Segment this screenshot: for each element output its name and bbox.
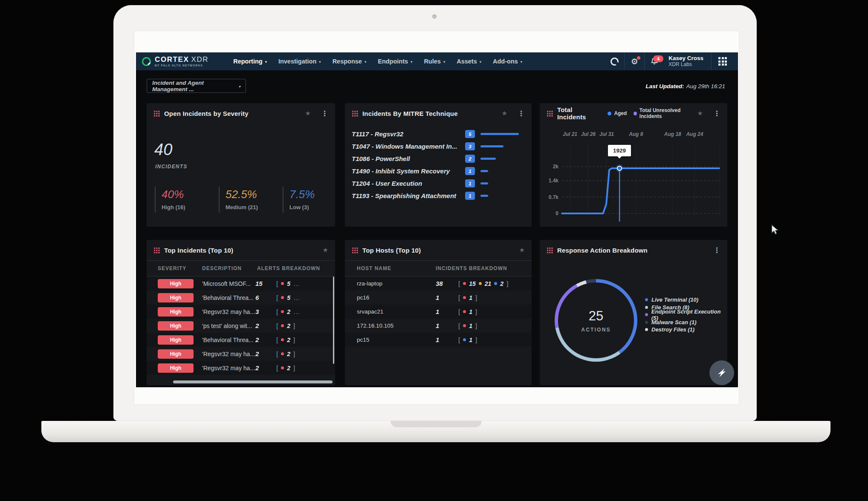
- widget-mitre-technique: Incidents By MITRE Technique ★ ⋮ T1117 -…: [345, 103, 532, 227]
- legend-dot-unresolved: [634, 112, 637, 115]
- table-row[interactable]: High 'Behavioral Threa... 6 [5…: [147, 291, 335, 305]
- table-row[interactable]: High 'Behavioral Threa... 2 [2]: [147, 333, 335, 347]
- table-row[interactable]: pc16 1 [1]: [345, 291, 532, 305]
- nav-item-assets[interactable]: Assets▾: [457, 58, 481, 65]
- count-badge: 3: [465, 142, 475, 150]
- table-row[interactable]: srvapac21 1 [1]: [345, 305, 532, 319]
- legend-dot: [645, 321, 648, 324]
- legend-item[interactable]: Endpoint Script Execution (5): [645, 312, 727, 318]
- mitre-row[interactable]: T1193 - Spearphishing Attachment1: [345, 190, 532, 202]
- legend-item[interactable]: Destroy Files (1): [645, 327, 727, 333]
- table-row[interactable]: High 'Regsvr32 may ha... 2 [2]: [147, 361, 335, 375]
- table-row[interactable]: High 'Microsoft MSOF... 15 [5…: [147, 276, 335, 291]
- user-org: XDR Labs: [668, 62, 703, 68]
- widget-top-hosts: Top Hosts (Top 10) ★ HOST NAME INCIDENTS…: [345, 240, 532, 385]
- laptop-base-notch: [391, 421, 482, 427]
- alert-dot: [281, 338, 284, 341]
- star-icon[interactable]: ★: [305, 109, 311, 117]
- apps-grid-icon[interactable]: [718, 57, 727, 66]
- incident-dot: [463, 282, 466, 285]
- widget-grid-icon: [153, 247, 160, 253]
- nav-item-addons[interactable]: Add-ons▾: [493, 58, 522, 65]
- nav-item-reporting[interactable]: Reporting▾: [233, 58, 267, 65]
- actions-total-label: ACTIONS: [581, 327, 610, 333]
- user-menu[interactable]: Kasey Cross XDR Labs: [668, 55, 703, 67]
- mitre-row[interactable]: T1047 - Windows Management In...3: [345, 140, 532, 153]
- incident-dot: [463, 296, 466, 299]
- value-bar: [480, 133, 519, 135]
- nav-item-investigation[interactable]: Investigation▾: [278, 58, 321, 65]
- stat-low[interactable]: 7.5% Low (3): [283, 187, 341, 213]
- count-badge: 1: [465, 179, 475, 187]
- kebab-menu-icon[interactable]: ⋮: [321, 109, 328, 118]
- legend-dot-aged: [608, 112, 611, 115]
- settings-button[interactable]: ⚙: [625, 52, 644, 70]
- severity-badge: High: [158, 349, 194, 359]
- count-badge: 1: [465, 167, 475, 175]
- alert-dot: [281, 310, 284, 313]
- mitre-row[interactable]: T1204 - User Execution1: [345, 177, 532, 190]
- star-icon[interactable]: ★: [697, 109, 703, 117]
- divider: [711, 52, 712, 70]
- table-row[interactable]: High 'Regsvr32 may ha... 2 [2]: [147, 347, 335, 361]
- brand-logo[interactable]: CORTEXXDR BY PALO ALTO NETWORKS: [142, 56, 208, 67]
- donut-legend: Live Terminal (10) File Search (8) Endpo…: [645, 297, 727, 333]
- horizontal-scrollbar[interactable]: [173, 380, 333, 383]
- laptop-display: CORTEXXDR BY PALO ALTO NETWORKS Reportin…: [134, 31, 739, 405]
- legend-item[interactable]: Live Terminal (10): [645, 297, 727, 303]
- widget-grid-icon: [547, 247, 553, 253]
- count-badge: 5: [465, 130, 475, 138]
- star-icon[interactable]: ★: [519, 246, 525, 254]
- alert-dot: [281, 324, 284, 327]
- table-row[interactable]: rza-laptop 38 [15212]: [345, 276, 532, 291]
- stat-high[interactable]: 40% High (16): [155, 187, 213, 213]
- severity-badge: High: [158, 307, 194, 317]
- table-row[interactable]: pc15 1 [1]: [345, 333, 532, 347]
- kebab-menu-icon[interactable]: ⋮: [713, 109, 720, 118]
- kebab-menu-icon[interactable]: ⋮: [518, 109, 525, 118]
- nav-item-endpoints[interactable]: Endpoints▾: [378, 58, 412, 65]
- notifications-button[interactable]: 4: [645, 52, 664, 70]
- widget-title: Response Action Breakdown: [557, 247, 648, 254]
- widget-title: Total Incidents: [557, 106, 597, 121]
- vertical-scrollbar[interactable]: [333, 276, 334, 364]
- star-icon[interactable]: ★: [502, 109, 507, 117]
- incident-dot: [494, 282, 497, 285]
- brand-title: CORTEXXDR: [155, 56, 208, 63]
- value-bar: [480, 145, 503, 147]
- incident-count-label: INCIDENTS: [155, 164, 187, 170]
- laptop-shell: CORTEXXDR BY PALO ALTO NETWORKS Reportin…: [113, 5, 757, 421]
- value-bar: [480, 170, 488, 172]
- stat-medium[interactable]: 52.5% Medium (21): [219, 187, 277, 213]
- laptop-base: [41, 421, 830, 442]
- chevron-down-icon: ▾: [411, 60, 412, 64]
- nav-item-response[interactable]: Response▾: [333, 58, 367, 65]
- mitre-row[interactable]: T1086 - PowerShell2: [345, 153, 532, 165]
- cortex-query-button[interactable]: [605, 52, 624, 70]
- widget-top-incidents: Top Incidents (Top 10) ★ SEVERITY DESCRI…: [147, 240, 335, 385]
- settings-alert-dot: [637, 56, 640, 60]
- mitre-row[interactable]: T1490 - Inhibit System Recovery1: [345, 165, 532, 177]
- widget-grid-icon: [547, 110, 553, 117]
- chevron-down-icon: ▾: [265, 60, 267, 64]
- mitre-row[interactable]: T1117 - Regsvr325: [345, 128, 532, 140]
- nav-item-rules[interactable]: Rules▾: [424, 58, 445, 65]
- cortex-logo-icon: [142, 57, 151, 66]
- legend-dot: [645, 328, 648, 331]
- chart-tooltip: 1929: [608, 145, 631, 156]
- widget-response-actions: Response Action Breakdown ⋮ 25 ACTIONS L…: [540, 240, 727, 385]
- star-icon[interactable]: ★: [323, 246, 328, 254]
- count-badge: 2: [465, 155, 475, 163]
- table-row[interactable]: High 'Regsvr32 may ha... 3 [2…: [147, 305, 335, 319]
- dashboard-select[interactable]: Incident and Agent Management ... ▾: [147, 79, 246, 93]
- widget-title: Top Incidents (Top 10): [164, 247, 233, 254]
- table-row[interactable]: 172.16.10.105 1 [1]: [345, 319, 532, 333]
- table-row[interactable]: High 'ps test' along wit... 2 [2]: [147, 319, 335, 333]
- kebab-menu-icon[interactable]: ⋮: [713, 246, 720, 255]
- response-donut-chart[interactable]: 25 ACTIONS: [555, 279, 637, 362]
- alert-dot: [281, 282, 284, 285]
- legend-item[interactable]: Malware Scan (1): [645, 320, 727, 325]
- alert-dot: [281, 296, 284, 299]
- feedback-button[interactable]: [709, 360, 734, 385]
- widget-title: Top Hosts (Top 10): [362, 247, 421, 254]
